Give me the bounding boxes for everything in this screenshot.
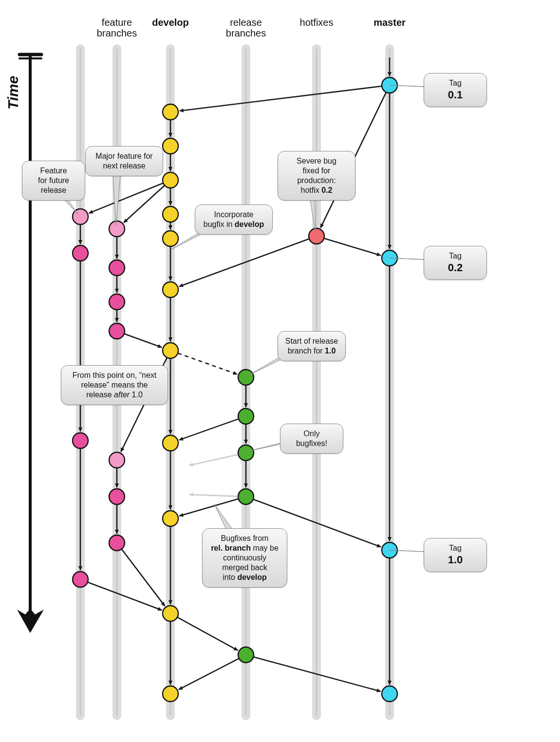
callout-incorp: Incorporate bugfix in develop: [195, 204, 273, 235]
commit-r1: [238, 408, 254, 424]
svg-line-16: [180, 86, 382, 111]
svg-line-48: [179, 419, 239, 440]
commit-d1: [163, 138, 178, 154]
svg-line-42: [324, 239, 380, 256]
svg-line-52: [189, 495, 238, 497]
commit-d9: [163, 606, 178, 621]
callout-mfr: Major feature for next release: [85, 146, 163, 176]
commit-h0: [309, 228, 324, 244]
lane-label-feature: featurebranches: [97, 17, 137, 38]
commit-fb4: [109, 452, 125, 468]
commit-d2: [163, 172, 178, 188]
commit-d5: [163, 282, 178, 297]
lane-label-master: master: [373, 17, 406, 28]
commit-fa3: [73, 572, 88, 587]
commit-r0: [238, 370, 254, 385]
svg-line-44: [178, 353, 237, 374]
svg-line-51: [189, 454, 239, 465]
commit-fb6: [109, 535, 125, 551]
commit-d4: [163, 231, 178, 246]
svg-line-35: [124, 334, 162, 347]
callout-ffr: Feature for future release: [22, 161, 85, 201]
commit-d3: [163, 206, 178, 222]
commit-r4: [238, 647, 254, 663]
svg-line-40: [88, 582, 162, 611]
callout-tag02: Tag0.2: [424, 246, 487, 280]
svg-line-49: [179, 499, 238, 516]
svg-line-27: [89, 183, 164, 213]
commit-fb1: [109, 260, 125, 276]
commit-d8: [163, 511, 178, 526]
callout-only: Only bugfixes!: [280, 424, 343, 454]
svg-line-53: [177, 617, 238, 650]
commit-fa2: [73, 433, 88, 448]
commit-fb3: [109, 323, 125, 339]
commit-fb5: [109, 489, 125, 504]
commit-fb0: [109, 221, 125, 237]
lane-label-develop: develop: [152, 17, 189, 28]
commit-d10: [163, 686, 178, 702]
commit-fa1: [73, 245, 88, 261]
commit-m3: [382, 686, 397, 702]
svg-line-54: [179, 658, 239, 689]
commit-fb2: [109, 294, 125, 310]
commit-d6: [163, 343, 178, 358]
commit-r3: [238, 489, 254, 504]
callout-from: From this point on, “next release” means…: [61, 365, 168, 405]
lane-label-release: releasebranches: [226, 17, 266, 38]
commit-d7: [163, 435, 178, 451]
callout-start: Start of release branch for 1.0: [278, 331, 346, 361]
callout-tag10: Tag1.0: [424, 538, 487, 572]
lane-label-hotfixes: hotfixes: [300, 17, 334, 28]
commit-d0: [163, 104, 178, 120]
callout-bfix: Bugfixes from rel. branch may be continu…: [202, 528, 287, 588]
callout-tag01: Tag0.1: [424, 73, 487, 107]
callout-sbug: Severe bug fixed for production: hotfix …: [278, 151, 355, 201]
commit-r2: [238, 445, 254, 461]
